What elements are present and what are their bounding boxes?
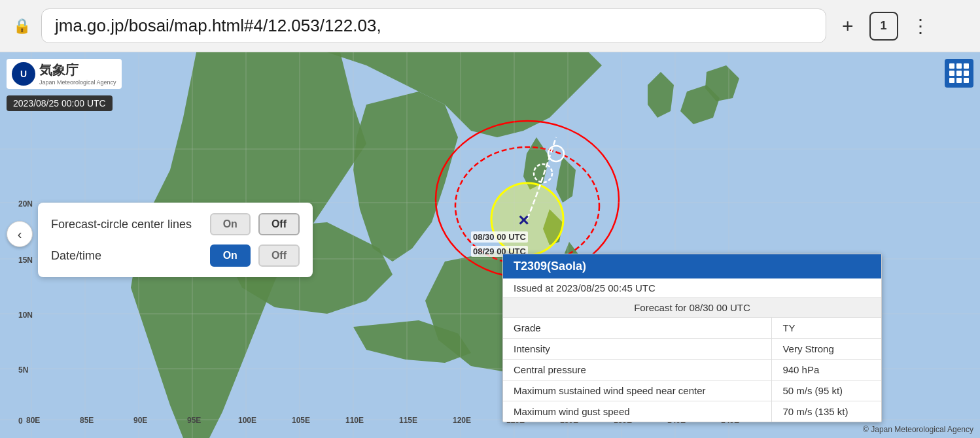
lat-20n: 20N xyxy=(18,199,33,209)
lon-80e: 80E xyxy=(26,416,40,425)
typhoon-title: T2309(Saola) xyxy=(503,254,881,278)
typhoon-row-label: Central pressure xyxy=(503,360,772,380)
typhoon-row-value: TY xyxy=(772,318,881,339)
map-container[interactable]: ✕ U xyxy=(0,52,980,438)
lon-90e: 90E xyxy=(133,416,147,425)
forecast-circle-row: Forecast-circle center lines On Off xyxy=(51,213,300,235)
typhoon-table-row: GradeTY xyxy=(503,318,881,339)
jma-logo-circle: U xyxy=(12,62,35,86)
typhoon-row-label: Intensity xyxy=(503,339,772,360)
datetime-off-button[interactable]: Off xyxy=(258,244,300,267)
datetime-row: Date/time On Off xyxy=(51,244,300,267)
grid-icon xyxy=(949,63,969,83)
typhoon-row-value: 50 m/s (95 kt) xyxy=(772,380,881,401)
lon-95e: 95E xyxy=(187,416,201,425)
browser-menu-button[interactable]: ⋮ xyxy=(909,15,932,37)
lat-10n: 10N xyxy=(18,311,33,320)
typhoon-data-table: GradeTYIntensityVery StrongCentral press… xyxy=(503,318,881,422)
typhoon-row-value: 70 m/s (135 kt) xyxy=(772,401,881,422)
svg-text:✕: ✕ xyxy=(517,212,529,229)
jma-logo: U 気象庁 Japan Meteorological Agency xyxy=(7,59,122,89)
grid-menu-button[interactable] xyxy=(945,59,973,88)
forecast-on-button[interactable]: On xyxy=(210,213,251,235)
jma-logo-kanji: 気象庁 xyxy=(39,61,116,79)
lock-icon: 🔒 xyxy=(13,18,31,35)
typhoon-info-panel: T2309(Saola) Issued at 2023/08/25 00:45 … xyxy=(502,254,882,422)
browser-bar: 🔒 jma.go.jp/bosai/map.html#4/12.053/122.… xyxy=(0,0,980,52)
lat-0: 0 xyxy=(18,416,23,426)
typhoon-row-label: Grade xyxy=(503,318,772,339)
lon-110e: 110E xyxy=(345,416,364,425)
url-bar[interactable]: jma.go.jp/bosai/map.html#4/12.053/122.03… xyxy=(41,8,826,43)
tab-count[interactable]: 1 xyxy=(869,12,898,41)
timestamp-badge: 2023/08/25 00:00 UTC xyxy=(7,95,113,111)
typhoon-table-row: Maximum wind gust speed70 m/s (135 kt) xyxy=(503,401,881,422)
back-button[interactable]: ‹ xyxy=(7,221,33,247)
typhoon-row-label: Maximum wind gust speed xyxy=(503,401,772,422)
control-panel: Forecast-circle center lines On Off Date… xyxy=(38,203,313,277)
typhoon-issued: Issued at 2023/08/25 00:45 UTC xyxy=(503,278,881,298)
lon-100e: 100E xyxy=(238,416,256,425)
lat-5n: 5N xyxy=(18,365,28,375)
datetime-label: Date/time xyxy=(51,249,202,263)
map-time-label-1: 08/30 00 UTC xyxy=(471,231,528,243)
lon-115e: 115E xyxy=(399,416,417,425)
typhoon-table-row: IntensityVery Strong xyxy=(503,339,881,360)
lon-105e: 105E xyxy=(292,416,310,425)
typhoon-forecast-header: Forecast for 08/30 00 UTC xyxy=(503,298,881,318)
datetime-on-button[interactable]: On xyxy=(210,244,251,267)
lat-15n: 15N xyxy=(18,256,33,265)
lon-120e: 120E xyxy=(453,416,471,425)
jma-logo-english: Japan Meteorological Agency xyxy=(39,79,116,86)
lon-85e: 85E xyxy=(80,416,94,425)
typhoon-row-label: Maximum sustained wind speed near center xyxy=(503,380,772,401)
forecast-off-button[interactable]: Off xyxy=(258,213,300,235)
typhoon-row-value: 940 hPa xyxy=(772,360,881,380)
typhoon-table-row: Maximum sustained wind speed near center… xyxy=(503,380,881,401)
typhoon-row-value: Very Strong xyxy=(772,339,881,360)
typhoon-table-row: Central pressure940 hPa xyxy=(503,360,881,380)
new-tab-button[interactable]: + xyxy=(837,15,859,37)
copyright-notice: © Japan Meteorological Agency xyxy=(863,425,973,434)
forecast-circle-label: Forecast-circle center lines xyxy=(51,218,202,231)
